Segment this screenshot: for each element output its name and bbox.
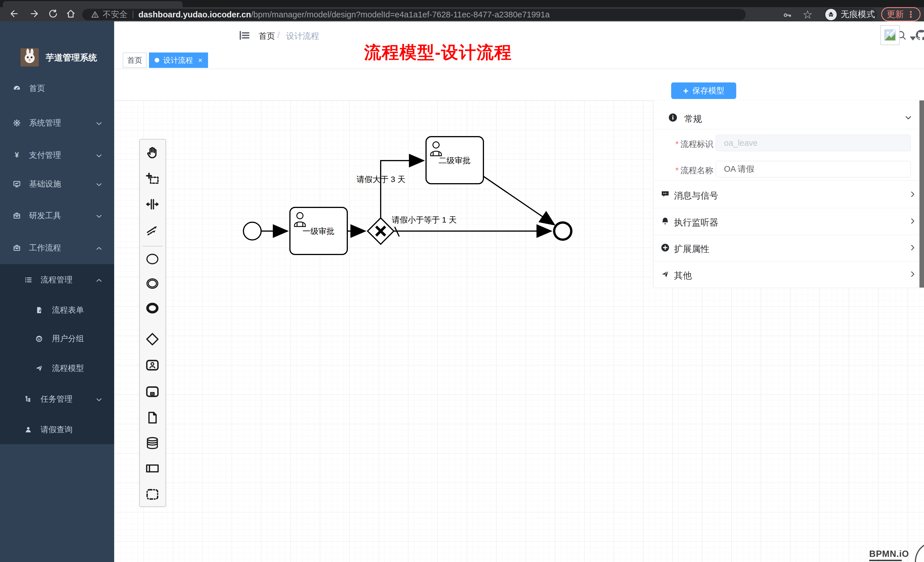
section-其他[interactable]: 其他	[654, 261, 920, 288]
end-event[interactable]	[554, 223, 571, 240]
caret-down-icon[interactable]	[910, 36, 916, 43]
browser-reload-icon[interactable]	[48, 9, 58, 19]
avatar[interactable]	[880, 25, 900, 45]
send-dark-icon	[660, 269, 670, 279]
section-label: 消息与信号	[674, 190, 718, 202]
breadcrumb-current: 设计流程	[286, 30, 319, 42]
face-icon	[35, 334, 44, 343]
send-icon	[35, 364, 44, 373]
url-host: dashboard.yudao.iocoder.cn	[138, 10, 251, 19]
sidebar-item-label: 支付管理	[29, 151, 61, 159]
input-value: OA 请假	[724, 163, 754, 175]
logo-image[interactable]	[21, 48, 39, 66]
sidebar-item-请假查询[interactable]: 请假查询	[0, 414, 114, 446]
broken-image-icon	[884, 28, 897, 42]
list-icon	[24, 276, 33, 284]
required-asterisk: *	[675, 139, 679, 148]
github-icon[interactable]	[915, 29, 924, 41]
page-title: 流程模型-设计流程	[337, 41, 539, 64]
sidebar-item-label: 请假查询	[40, 426, 72, 434]
start-event[interactable]	[243, 222, 261, 240]
save-model-button[interactable]: + 保存模型	[671, 82, 736, 99]
section-label: 其他	[674, 270, 692, 282]
browser-forward-icon[interactable]	[29, 9, 39, 19]
form-icon	[35, 306, 44, 315]
browser-back-icon[interactable]	[9, 9, 20, 19]
flow-label-le1[interactable]: 请假小于等于 1 天	[392, 215, 457, 224]
section-执行监听器[interactable]: 执行监听器	[654, 208, 920, 234]
chevron-down-icon	[95, 212, 103, 220]
monitor-icon	[12, 180, 21, 188]
general-title: 常规	[684, 113, 702, 125]
field-label-流程名称: *流程名称	[662, 165, 713, 176]
key-icon[interactable]	[783, 10, 792, 20]
user-task-2[interactable]: 二级审批	[426, 136, 483, 184]
sidebar-item-流程管理[interactable]: 流程管理	[0, 264, 114, 296]
dashboard-icon	[12, 84, 21, 93]
svg-text:¥: ¥	[15, 151, 19, 159]
incognito-icon	[825, 9, 837, 20]
chevron-right-icon	[909, 270, 916, 278]
sidebar-item-label: 用户分组	[52, 334, 84, 343]
task2-label: 二级审批	[439, 156, 471, 165]
sidebar-item-工作流程[interactable]: 工作流程	[0, 232, 114, 264]
tab-close-icon[interactable]: ×	[198, 56, 202, 65]
flow-task2-to-end[interactable]	[483, 176, 554, 224]
chevron-up-icon	[95, 276, 103, 285]
bpmn-io-watermark[interactable]: BPMN.iO	[869, 549, 909, 559]
sidebar-item-基础设施[interactable]: 基础设施	[0, 168, 114, 200]
sidebar-item-研发工具[interactable]: 研发工具	[0, 200, 114, 232]
sidebar-item-任务管理[interactable]: 任务管理	[0, 383, 114, 415]
save-model-label: 保存模型	[692, 85, 724, 96]
sidebar-item-label: 任务管理	[40, 395, 72, 403]
browser-tab[interactable]	[3, 1, 183, 7]
not-secure-label: 不安全	[103, 9, 128, 20]
sidebar-item-label: 研发工具	[29, 211, 61, 220]
chevron-right-icon	[909, 244, 916, 252]
section-扩展属性[interactable]: 扩展属性	[654, 235, 920, 261]
tree-icon	[24, 395, 33, 403]
browser-home-icon[interactable]	[66, 9, 76, 19]
browser-menu-icon[interactable]: ⋮	[907, 9, 915, 19]
sidebar-item-用户分组[interactable]: 用户分组	[0, 323, 114, 355]
input-流程名称[interactable]: OA 请假	[716, 161, 911, 177]
panel-scrollbar[interactable]	[920, 100, 924, 288]
toolbox-icon	[12, 211, 21, 220]
tab-设计流程[interactable]: 设计流程×	[149, 52, 208, 68]
section-消息与信号[interactable]: 消息与信号	[654, 181, 920, 208]
user-task-1[interactable]: 一级审批	[290, 207, 347, 255]
plus-icon: +	[683, 85, 688, 96]
gear-icon	[12, 119, 21, 127]
update-button[interactable]: 更新 ⋮	[881, 7, 921, 21]
tab-首页[interactable]: 首页	[123, 52, 147, 68]
browser-address-bar[interactable]: 不安全 dashboard.yudao.iocoder.cn/bpm/manag…	[82, 9, 746, 20]
star-icon[interactable]: ☆	[802, 8, 813, 21]
incognito-badge: 无痕模式	[824, 8, 877, 21]
chevron-down-icon	[95, 180, 103, 189]
flow-label-gt3[interactable]: 请假大于 3 天	[356, 175, 405, 184]
sidebar-item-流程表单[interactable]: 流程表单	[0, 294, 114, 326]
url-separator	[133, 11, 133, 18]
chevron-down-icon[interactable]	[904, 114, 913, 122]
flow-gateway-to-task2[interactable]	[381, 160, 423, 218]
app-title: 芋道管理系统	[46, 52, 111, 64]
hamburger-icon[interactable]	[238, 29, 250, 41]
sidebar-item-首页[interactable]: 首页	[0, 72, 114, 104]
sidebar-item-label: 系统管理	[29, 119, 61, 127]
section-label: 执行监听器	[674, 217, 718, 228]
exclusive-gateway[interactable]	[368, 218, 394, 244]
breadcrumb-home[interactable]: 首页	[258, 30, 275, 42]
input-流程标识[interactable]: oa_leave	[716, 135, 911, 151]
toolbox-icon	[12, 244, 21, 252]
sidebar-item-系统管理[interactable]: 系统管理	[0, 107, 114, 139]
sidebar-item-label: 流程模型	[52, 364, 84, 373]
sidebar-item-label: 工作流程	[29, 244, 61, 252]
sidebar-item-支付管理[interactable]: ¥支付管理	[0, 139, 114, 171]
input-value: oa_leave	[724, 138, 758, 148]
sidebar-item-label: 首页	[29, 84, 45, 93]
update-label: 更新	[886, 9, 904, 20]
required-asterisk: *	[675, 166, 679, 175]
person-icon	[24, 426, 33, 434]
sidebar-item-流程模型[interactable]: 流程模型	[0, 352, 114, 384]
sidebar-item-label: 流程管理	[40, 276, 72, 284]
